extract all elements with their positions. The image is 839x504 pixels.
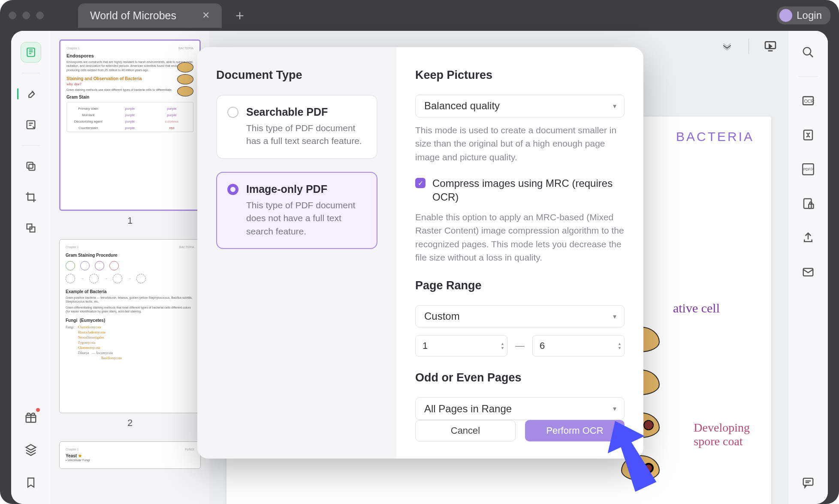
lock-file-button[interactable]: [798, 193, 818, 214]
fullscreen-dot[interactable]: [36, 12, 44, 19]
thumbnail-page-1[interactable]: Chapter 1BACTERIA Endospores Endospores …: [59, 39, 201, 211]
compress-button[interactable]: [798, 125, 818, 145]
minimize-dot[interactable]: [22, 12, 30, 19]
avatar-icon: [779, 9, 792, 22]
present-icon[interactable]: [760, 36, 781, 57]
range-dash: —: [515, 340, 525, 351]
ocr-settings-modal: Document Type Searchable PDF This type o…: [197, 47, 643, 459]
highlighter-button[interactable]: [21, 84, 41, 104]
ocr-button[interactable]: OCR: [798, 90, 818, 111]
close-dot[interactable]: [9, 12, 16, 19]
tab-document[interactable]: World of Microbes ✕: [78, 3, 222, 28]
odd-even-value: All Pages in Range: [424, 403, 512, 415]
svg-rect-17: [803, 478, 813, 485]
range-to-value: 6: [540, 340, 545, 351]
new-tab-button[interactable]: ＋: [227, 6, 253, 25]
svg-text:PDF/A: PDF/A: [803, 167, 814, 171]
page-range-select[interactable]: Custom: [415, 305, 625, 328]
tab-title: World of Microbes: [90, 9, 176, 22]
login-button[interactable]: Login: [777, 6, 830, 24]
copy-button[interactable]: [21, 156, 41, 177]
mrc-checkbox[interactable]: ✓: [415, 178, 426, 188]
mrc-help-text: Enable this option to apply an MRC-based…: [415, 210, 625, 264]
quality-help-text: This mode is used to create a document s…: [415, 123, 625, 164]
svg-text:OCR: OCR: [804, 99, 815, 104]
window-controls[interactable]: [9, 12, 44, 19]
cancel-button[interactable]: Cancel: [415, 420, 516, 441]
thumbnail-page-2[interactable]: Chapter 1BACTERIA Gram Staining Procedur…: [59, 239, 201, 413]
bookmark-button[interactable]: [21, 472, 41, 493]
keep-pictures-title: Keep Pictures: [415, 69, 625, 82]
cancel-label: Cancel: [451, 425, 480, 436]
thumbnail-label-2: 2: [59, 417, 201, 429]
crop-button[interactable]: [21, 187, 41, 207]
annotation-vegetative-cell: ative cell: [673, 301, 720, 315]
annotation-developing-spore: Developing spore coat: [694, 421, 750, 448]
quality-select[interactable]: Balanced quality: [415, 95, 625, 117]
thumbnail-page-3[interactable]: Chapter 1FUNGI Yeast ★ • Unicellular Fun…: [59, 441, 201, 469]
option-searchable-pdf[interactable]: Searchable PDF This type of PDF document…: [216, 95, 377, 159]
share-button[interactable]: [798, 228, 818, 248]
option-desc: This type of PDF document has a full tex…: [246, 122, 366, 148]
option-image-only-pdf[interactable]: Image-only PDF This type of PDF document…: [216, 172, 377, 249]
svg-rect-3: [27, 162, 33, 168]
option-desc: This type of PDF document does not have …: [246, 199, 366, 238]
layers-button[interactable]: [21, 440, 41, 460]
range-to-input[interactable]: 6 ▴▾: [532, 335, 625, 357]
download-chevron-icon[interactable]: [717, 36, 737, 57]
comment-button[interactable]: [798, 472, 818, 493]
mail-button[interactable]: [798, 262, 818, 282]
document-type-title: Document Type: [216, 69, 377, 82]
radio-unchecked-icon: [227, 107, 238, 118]
quality-value: Balanced quality: [424, 100, 500, 112]
annotate-button[interactable]: [21, 114, 41, 135]
range-from-value: 1: [423, 340, 428, 351]
page-range-value: Custom: [424, 310, 460, 322]
mrc-label: Compress images using MRC (requires OCR): [432, 177, 625, 204]
radio-checked-icon: [227, 184, 238, 195]
thumbnail-label-1: 1: [59, 215, 201, 226]
odd-even-title: Odd or Even Pages: [415, 371, 625, 384]
page-range-title: Page Range: [415, 279, 625, 292]
gift-button[interactable]: [21, 407, 41, 428]
pdf-tool-button[interactable]: [21, 42, 41, 63]
login-label: Login: [797, 9, 822, 21]
overlap-button[interactable]: [21, 218, 41, 238]
range-from-input[interactable]: 1 ▴▾: [415, 335, 507, 357]
option-title: Searchable PDF: [246, 106, 366, 118]
svg-rect-2: [29, 164, 35, 170]
svg-point-8: [803, 48, 811, 55]
option-title: Image-only PDF: [246, 183, 366, 195]
close-icon[interactable]: ✕: [202, 10, 210, 21]
search-icon[interactable]: [798, 42, 818, 63]
pdfa-button[interactable]: PDF/A: [798, 159, 818, 180]
odd-even-select[interactable]: All Pages in Range: [415, 397, 625, 420]
